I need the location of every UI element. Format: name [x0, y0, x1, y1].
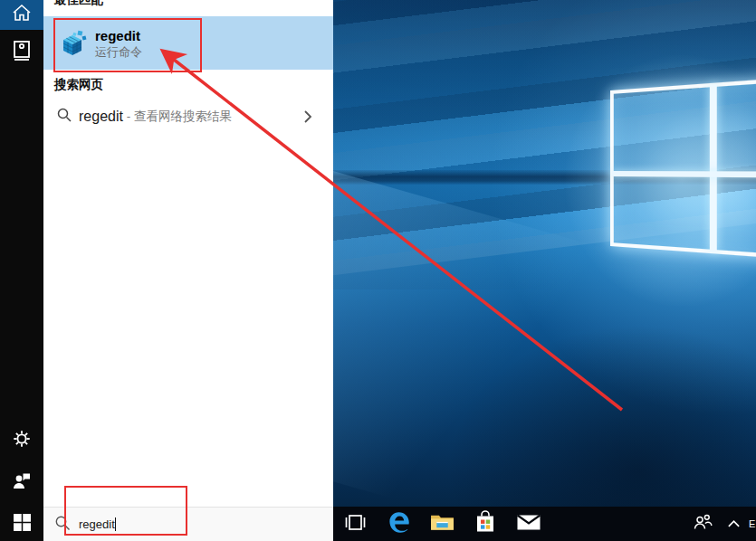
web-search-result[interactable]: regedit - 查看网络搜索结果 — [43, 102, 333, 131]
web-search-query: regedit — [79, 109, 123, 125]
registry-editor-icon — [58, 29, 87, 58]
mail-icon — [516, 513, 541, 536]
edge-icon — [387, 510, 411, 538]
search-icon — [56, 107, 72, 127]
sidebar-item-home[interactable] — [0, 0, 43, 30]
web-search-section-header: 搜索网页 — [54, 77, 103, 93]
tray-show-hidden-icons[interactable] — [718, 507, 749, 541]
person-feedback-icon — [11, 470, 33, 496]
search-input-value[interactable]: regedit — [79, 517, 115, 531]
windows-logo-icon — [14, 514, 31, 535]
home-icon — [12, 4, 32, 27]
windows-logo-window — [610, 78, 756, 260]
wallpaper-corner-shade — [448, 326, 756, 507]
store-button[interactable] — [464, 507, 507, 541]
tray-language-indicator[interactable]: E — [749, 507, 756, 541]
chevron-right-icon[interactable] — [302, 109, 313, 128]
best-match-subtitle: 运行命令 — [95, 44, 142, 60]
window-vertical-bar — [710, 85, 717, 252]
search-results-panel: 最佳匹配 regedit 运行命令 搜索网页 — [43, 0, 333, 507]
task-view-button[interactable] — [333, 507, 377, 541]
sidebar-item-notebook[interactable] — [0, 36, 43, 69]
store-icon — [474, 510, 496, 538]
task-view-icon — [343, 513, 368, 536]
sidebar-item-settings[interactable] — [0, 424, 43, 457]
mail-button[interactable] — [507, 507, 550, 541]
window-horizontal-bar — [612, 171, 756, 178]
edge-button[interactable] — [377, 507, 420, 541]
people-icon — [692, 513, 713, 535]
text-caret — [115, 517, 116, 531]
search-panel-sidebar — [0, 0, 43, 541]
best-match-result-regedit[interactable]: regedit 运行命令 — [43, 16, 333, 70]
best-match-header: 最佳匹配 — [54, 0, 103, 8]
taskbar-search-box[interactable]: regedit — [43, 507, 333, 541]
file-explorer-button[interactable] — [420, 507, 464, 541]
notebook-icon — [12, 40, 32, 65]
people-button[interactable] — [687, 507, 718, 541]
gear-icon — [12, 429, 32, 452]
taskbar: E — [333, 507, 756, 541]
file-explorer-icon — [430, 513, 455, 536]
sidebar-item-feedback[interactable] — [0, 467, 43, 499]
desktop-wallpaper — [333, 0, 756, 507]
best-match-title: regedit — [95, 27, 142, 44]
search-icon — [54, 515, 71, 535]
web-search-suffix: - 查看网络搜索结果 — [123, 109, 232, 125]
chevron-up-icon — [727, 516, 741, 532]
start-button[interactable] — [0, 507, 43, 541]
